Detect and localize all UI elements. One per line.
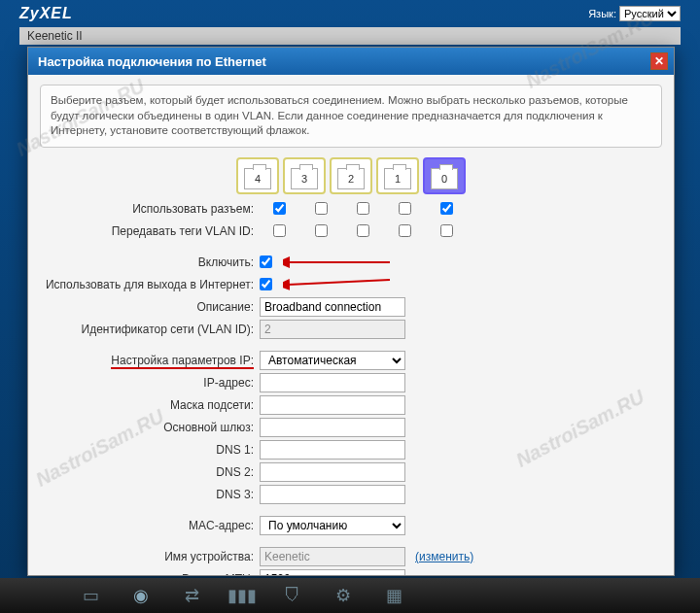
brand-logo: ZyXEL (19, 5, 73, 22)
use-port-0[interactable] (440, 202, 453, 215)
dns3-input[interactable] (260, 485, 405, 504)
ip-mode-select[interactable]: Автоматическая (260, 351, 405, 370)
language-select[interactable]: Русский (619, 6, 681, 21)
mtu-input[interactable] (260, 569, 405, 575)
label-ip: IP-адрес: (40, 376, 260, 390)
ip-input[interactable] (260, 373, 405, 392)
shield-icon[interactable]: ⛉ (280, 583, 305, 608)
label-vlan-id: Идентификатор сети (VLAN ID): (40, 323, 260, 336)
use-internet-checkbox[interactable] (260, 278, 272, 290)
vlan-tag-4[interactable] (273, 224, 286, 237)
signal-icon[interactable]: ▮▮▮ (229, 583, 255, 608)
dns2-input[interactable] (260, 462, 405, 482)
port-1[interactable]: 1 (376, 157, 419, 194)
page-subtitle: Keenetic II (19, 27, 681, 45)
use-port-2[interactable] (357, 202, 369, 215)
label-dns2: DNS 2: (40, 465, 260, 479)
description-input[interactable] (260, 297, 405, 317)
dns1-input[interactable] (260, 440, 405, 460)
label-enable: Включить: (40, 255, 260, 269)
label-mac: MAC-адрес: (40, 519, 260, 532)
gear-icon[interactable]: ⚙ (331, 583, 356, 608)
use-port-4[interactable] (273, 202, 286, 215)
vlan-tag-2[interactable] (357, 224, 369, 237)
change-link[interactable]: (изменить) (415, 550, 473, 563)
ethernet-connection-dialog: Настройка подключения по Ethernet ✕ Выбе… (27, 47, 675, 576)
dialog-title: Настройка подключения по Ethernet (38, 54, 266, 69)
info-text: Выберите разъем, который будет использов… (40, 85, 662, 148)
bottom-taskbar: ▭ ◉ ⇄ ▮▮▮ ⛉ ⚙ ▦ (0, 578, 700, 613)
vlan-tag-0[interactable] (440, 224, 453, 237)
label-mtu: Размер MTU: (40, 572, 260, 575)
ports-diagram: 4 3 2 1 0 (40, 157, 662, 194)
device-name-input (260, 547, 405, 566)
label-dns1: DNS 1: (40, 443, 260, 457)
use-port-1[interactable] (399, 202, 411, 215)
port-4[interactable]: 4 (236, 157, 279, 194)
label-gateway: Основной шлюз: (40, 421, 260, 434)
port-2[interactable]: 2 (330, 157, 372, 194)
label-description: Описание: (40, 300, 260, 314)
apps-icon[interactable]: ▦ (381, 583, 406, 608)
gateway-input[interactable] (260, 418, 405, 437)
label-mask: Маска подсети: (40, 398, 260, 412)
globe-icon[interactable]: ◉ (128, 583, 154, 608)
label-ip-mode: Настройка параметров IP: (40, 354, 260, 367)
monitor-icon[interactable]: ▭ (78, 583, 103, 608)
mask-input[interactable] (260, 395, 405, 415)
vlan-tag-1[interactable] (399, 224, 411, 237)
close-icon[interactable]: ✕ (650, 52, 668, 70)
label-dns3: DNS 3: (40, 488, 260, 501)
use-port-3[interactable] (315, 202, 328, 215)
enable-checkbox[interactable] (260, 255, 272, 268)
vlan-tag-3[interactable] (315, 224, 328, 237)
network-icon[interactable]: ⇄ (179, 583, 204, 608)
label-device-name: Имя устройства: (40, 550, 260, 563)
language-selector: Язык: Русский (588, 6, 681, 21)
port-0[interactable]: 0 (423, 157, 466, 194)
mac-select[interactable]: По умолчанию (260, 516, 405, 535)
label-vlan-tag: Передавать теги VLAN ID: (40, 224, 260, 238)
label-use-port: Использовать разъем: (40, 202, 260, 216)
label-use-internet: Использовать для выхода в Интернет: (40, 278, 260, 291)
port-3[interactable]: 3 (283, 157, 326, 194)
vlan-id-input (260, 320, 405, 339)
